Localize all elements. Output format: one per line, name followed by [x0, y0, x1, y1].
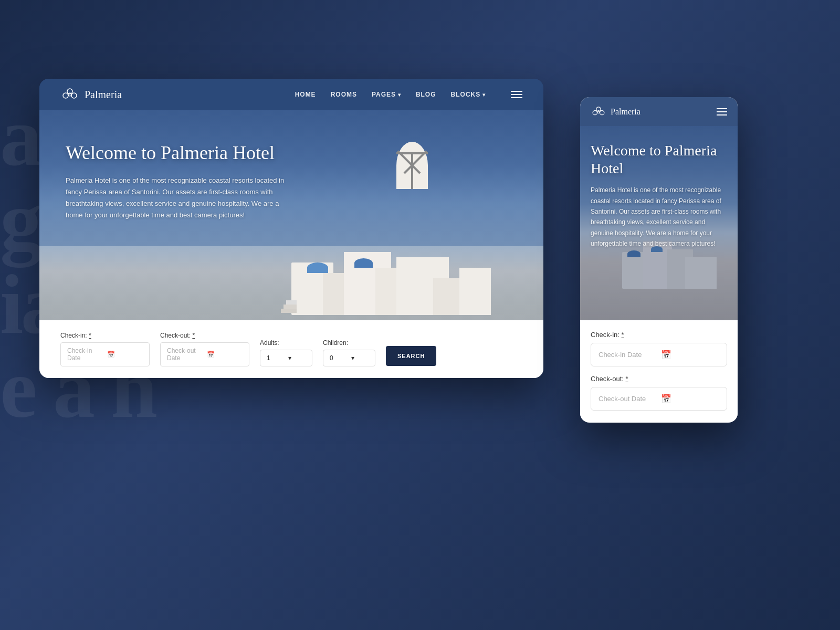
mobile-checkout-calendar-icon: 📅 [661, 394, 719, 404]
checkin-label: Check-in: * [60, 332, 150, 339]
checkin-input[interactable]: Check-in Date 📅 [60, 342, 150, 366]
desktop-nav: HOME ROOMS PAGES BLOG BLOCKS [295, 91, 522, 98]
mobile-hamburger-line-1 [717, 108, 727, 109]
mobile-checkout-input[interactable]: Check-out Date 📅 [591, 387, 727, 411]
checkin-calendar-icon: 📅 [107, 351, 143, 358]
mobile-logo-name: Palmeria [611, 107, 640, 117]
hamburger-line-2 [511, 94, 522, 95]
mobile-checkout-group: Check-out: * Check-out Date 📅 [591, 375, 727, 411]
desktop-hero-desc: Palmeria Hotel is one of the most recogn… [66, 175, 291, 221]
children-select[interactable]: 0 ▾ [323, 350, 375, 366]
mobile-checkin-input[interactable]: Check-in Date 📅 [591, 343, 727, 366]
desktop-logo-name: Palmeria [85, 89, 122, 101]
svg-point-2 [71, 93, 77, 98]
children-chevron: ▾ [351, 354, 369, 362]
desktop-logo-area: Palmeria [60, 85, 122, 104]
checkout-label: Check-out: * [160, 332, 249, 339]
adults-label: Adults: [260, 339, 312, 346]
nav-home[interactable]: HOME [295, 91, 316, 98]
desktop-hero: Welcome to Palmeria Hotel Palmeria Hotel… [39, 110, 543, 378]
svg-point-1 [63, 93, 68, 98]
adults-select[interactable]: 1 ▾ [260, 350, 312, 366]
mobile-header: Palmeria [580, 97, 738, 126]
mobile-checkin-group: Check-in: * Check-in Date 📅 [591, 331, 727, 366]
desktop-header: Palmeria HOME ROOMS PAGES BLOG BLOCKS [39, 79, 543, 110]
mobile-checkin-calendar-icon: 📅 [661, 350, 719, 360]
svg-point-3 [68, 93, 71, 96]
svg-point-5 [593, 110, 597, 114]
svg-point-7 [597, 110, 600, 113]
desktop-hero-title: Welcome to Palmeria Hotel [66, 142, 291, 164]
mobile-mockup: Palmeria Welcome to Palmeria Hotel Palme… [580, 97, 738, 423]
checkin-group: Check-in: * Check-in Date 📅 [60, 332, 150, 366]
desktop-hero-content: Welcome to Palmeria Hotel Palmeria Hotel… [66, 142, 291, 222]
checkout-calendar-icon: 📅 [207, 351, 243, 358]
mobile-checkin-label: Check-in: * [591, 331, 727, 339]
mobile-hero-desc: Palmeria Hotel is one of the most recogn… [591, 185, 727, 249]
children-label: Children: [323, 339, 375, 346]
mobile-hamburger[interactable] [717, 108, 727, 116]
mobile-hero: Welcome to Palmeria Hotel Palmeria Hotel… [580, 126, 738, 320]
children-group: Children: 0 ▾ [323, 339, 375, 366]
desktop-booking-form: Check-in: * Check-in Date 📅 Check-out: *… [39, 320, 543, 378]
mobile-hamburger-line-3 [717, 114, 727, 116]
mobile-hamburger-line-2 [717, 111, 727, 112]
desktop-logo-icon [60, 85, 79, 104]
hamburger-line-1 [511, 91, 522, 92]
nav-pages[interactable]: PAGES [372, 91, 401, 98]
checkout-group: Check-out: * Check-out Date 📅 [160, 332, 249, 366]
mobile-booking-form: Check-in: * Check-in Date 📅 Check-out: *… [580, 320, 738, 421]
svg-point-6 [600, 110, 604, 114]
search-button[interactable]: SEARCH [386, 346, 436, 366]
desktop-mockup: Palmeria HOME ROOMS PAGES BLOG BLOCKS [39, 79, 543, 378]
mobile-hero-content: Welcome to Palmeria Hotel Palmeria Hotel… [591, 142, 727, 249]
mobile-logo-icon [591, 104, 606, 120]
checkout-input[interactable]: Check-out Date 📅 [160, 342, 249, 366]
mobile-logo-area: Palmeria [591, 104, 640, 120]
mobile-hero-title: Welcome to Palmeria Hotel [591, 142, 727, 177]
hamburger-line-3 [511, 97, 522, 98]
nav-blog[interactable]: BLOG [416, 91, 436, 98]
desktop-hamburger[interactable] [511, 91, 522, 98]
mobile-checkout-label: Check-out: * [591, 375, 727, 383]
adults-group: Adults: 1 ▾ [260, 339, 312, 366]
nav-rooms[interactable]: ROOMS [331, 91, 357, 98]
adults-chevron: ▾ [288, 354, 306, 362]
nav-blocks[interactable]: BLOCKS [451, 91, 486, 98]
